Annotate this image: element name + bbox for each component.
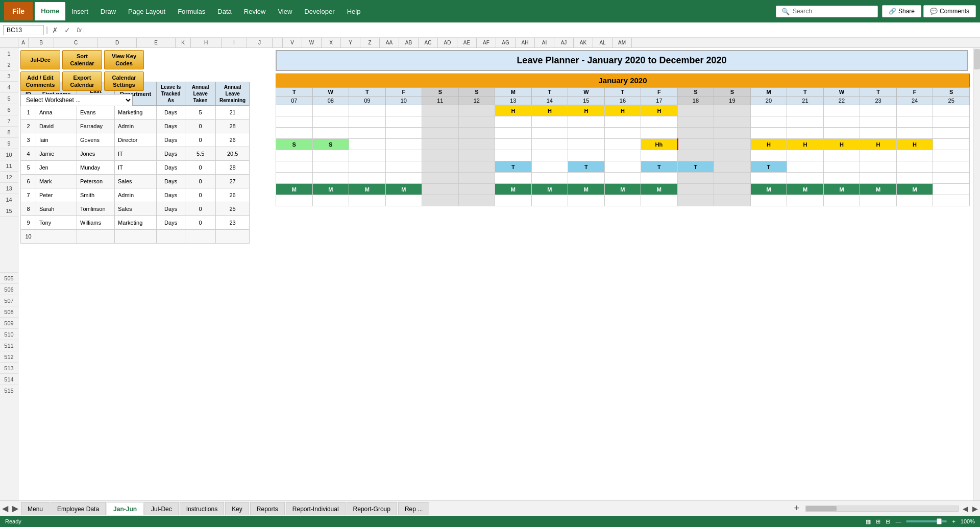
export-calendar-button[interactable]: Export Calendar	[62, 71, 102, 91]
cal-cell[interactable]	[787, 161, 824, 173]
col-header-aj[interactable]: AJ	[554, 38, 574, 47]
cal-cell[interactable]	[750, 195, 787, 206]
col-header-ag[interactable]: AG	[496, 38, 516, 47]
cal-cell[interactable]	[495, 128, 532, 139]
cal-cell[interactable]	[823, 105, 860, 116]
view-page-layout-icon[interactable]: ⊞	[876, 518, 880, 525]
cal-cell[interactable]	[349, 161, 386, 173]
cal-cell[interactable]: H	[787, 139, 824, 150]
col-header-aa[interactable]: AA	[380, 38, 399, 47]
cal-cell[interactable]	[933, 128, 970, 139]
scroll-left-h[interactable]: ◀	[961, 505, 970, 513]
sheet-tab-reports[interactable]: Reports	[250, 502, 285, 515]
col-header-ad[interactable]: AD	[438, 38, 457, 47]
share-button[interactable]: 🔗 Share	[882, 5, 921, 17]
cal-cell[interactable]	[823, 173, 860, 184]
cal-cell[interactable]	[787, 150, 824, 161]
col-header-ab[interactable]: AB	[399, 38, 419, 47]
cal-cell[interactable]	[641, 116, 678, 128]
cal-cell[interactable]: T	[568, 161, 605, 173]
cal-cell[interactable]	[349, 128, 386, 139]
cal-cell[interactable]	[568, 150, 605, 161]
cal-cell[interactable]	[312, 161, 349, 173]
col-header-j1[interactable]: J	[247, 38, 273, 47]
cal-cell[interactable]	[823, 128, 860, 139]
cal-cell[interactable]	[896, 173, 933, 184]
cal-cell[interactable]	[531, 161, 568, 173]
cal-cell[interactable]	[531, 150, 568, 161]
tab-pagelayout[interactable]: Page Layout	[122, 5, 172, 18]
cal-cell[interactable]: S	[312, 139, 349, 150]
cal-cell[interactable]: H	[860, 139, 897, 150]
cal-cell[interactable]	[860, 105, 897, 116]
cal-cell[interactable]	[677, 150, 714, 161]
cal-cell[interactable]	[787, 116, 824, 128]
cal-cell[interactable]	[641, 128, 678, 139]
cal-cell[interactable]	[568, 195, 605, 206]
cal-cell[interactable]	[677, 184, 714, 195]
cal-cell[interactable]: H	[604, 105, 641, 116]
col-header-am[interactable]: AM	[612, 38, 632, 47]
scroll-tabs-right[interactable]: ▶	[10, 504, 20, 513]
col-header-k[interactable]: K	[176, 38, 191, 47]
cal-cell[interactable]	[677, 105, 714, 116]
calendar-settings-button[interactable]: Calendar Settings	[104, 71, 144, 91]
cal-cell[interactable]	[714, 128, 751, 139]
cal-cell[interactable]	[896, 150, 933, 161]
cal-cell[interactable]	[349, 150, 386, 161]
sheet-tab-report-group[interactable]: Report-Group	[347, 502, 397, 515]
cal-cell[interactable]	[312, 173, 349, 184]
cal-cell[interactable]	[604, 128, 641, 139]
cal-cell[interactable]	[714, 105, 751, 116]
cal-cell[interactable]	[677, 195, 714, 206]
select-worksheet-dropdown[interactable]: Select Worksheet ...	[20, 94, 133, 106]
cal-cell[interactable]	[422, 150, 459, 161]
cal-cell[interactable]	[823, 161, 860, 173]
cal-cell[interactable]	[495, 173, 532, 184]
cal-cell[interactable]	[458, 139, 495, 150]
vertical-scrollbar[interactable]	[973, 48, 980, 500]
cal-cell[interactable]: H	[750, 139, 787, 150]
cal-cell[interactable]	[276, 116, 313, 128]
col-header-ae[interactable]: AE	[457, 38, 477, 47]
cal-cell[interactable]	[458, 116, 495, 128]
tab-developer[interactable]: Developer	[298, 5, 340, 18]
cal-cell[interactable]	[422, 116, 459, 128]
cal-cell[interactable]	[933, 173, 970, 184]
cal-cell[interactable]	[933, 161, 970, 173]
cal-cell[interactable]	[641, 173, 678, 184]
cal-cell[interactable]: H	[531, 105, 568, 116]
cal-cell[interactable]	[385, 195, 422, 206]
cal-cell[interactable]	[385, 150, 422, 161]
cal-cell[interactable]: M	[385, 184, 422, 195]
cal-cell[interactable]: Hh	[641, 139, 678, 150]
cal-cell[interactable]: M	[568, 184, 605, 195]
cal-cell[interactable]	[349, 173, 386, 184]
cal-cell[interactable]	[495, 116, 532, 128]
cal-cell[interactable]	[495, 139, 532, 150]
cal-cell[interactable]	[458, 173, 495, 184]
cal-cell[interactable]: H	[641, 105, 678, 116]
zoom-out-icon[interactable]: —	[895, 518, 901, 524]
search-box[interactable]: 🔍 Search	[776, 6, 878, 17]
confirm-icon[interactable]: ✓	[62, 26, 72, 34]
col-header-y[interactable]: Y	[341, 38, 360, 47]
cal-cell[interactable]	[422, 195, 459, 206]
sheet-tab-instructions[interactable]: Instructions	[180, 502, 224, 515]
cal-cell[interactable]: M	[750, 184, 787, 195]
col-header-d[interactable]: D	[98, 38, 137, 47]
cal-cell[interactable]: M	[896, 184, 933, 195]
cal-cell[interactable]	[714, 195, 751, 206]
col-header-e[interactable]: E	[137, 38, 176, 47]
cal-cell[interactable]: M	[276, 184, 313, 195]
cal-cell[interactable]	[750, 116, 787, 128]
cal-cell[interactable]: H	[896, 139, 933, 150]
cal-cell[interactable]	[933, 116, 970, 128]
sheet-tab-employee-data[interactable]: Employee Data	[51, 502, 106, 515]
cal-cell[interactable]	[312, 116, 349, 128]
cal-cell[interactable]	[604, 195, 641, 206]
cal-cell[interactable]	[823, 150, 860, 161]
cal-cell[interactable]	[568, 128, 605, 139]
cal-cell[interactable]: H	[823, 139, 860, 150]
cal-cell[interactable]	[641, 150, 678, 161]
